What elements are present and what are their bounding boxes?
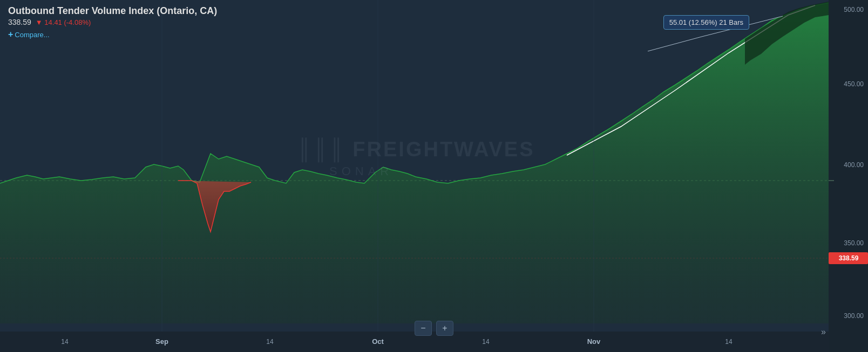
zoom-in-button[interactable]: + — [436, 321, 453, 336]
svg-text:14: 14 — [61, 338, 69, 346]
chart-svg: 500.00 450.00 400.00 350.00 300.00 338.5… — [0, 0, 868, 352]
zoom-out-button[interactable]: − — [415, 321, 432, 336]
svg-text:338.59: 338.59 — [839, 254, 859, 262]
expand-button[interactable]: » — [821, 327, 826, 337]
svg-text:14: 14 — [266, 338, 274, 346]
compare-plus-icon: + — [8, 30, 13, 39]
svg-text:14: 14 — [482, 338, 490, 346]
svg-text:500.00: 500.00 — [844, 6, 864, 13]
svg-text:450.00: 450.00 — [844, 80, 864, 88]
svg-text:400.00: 400.00 — [844, 161, 864, 169]
zoom-controls: − + — [415, 321, 453, 336]
price-change: ▼ 14.41 (-4.08%) — [36, 18, 91, 26]
svg-text:300.00: 300.00 — [844, 312, 864, 320]
chart-title: Outbound Tender Volume Index (Ontario, C… — [8, 5, 217, 17]
price-info: 338.59 ▼ 14.41 (-4.08%) — [8, 18, 217, 26]
header-area: Outbound Tender Volume Index (Ontario, C… — [8, 5, 217, 39]
svg-text:Oct: Oct — [372, 337, 384, 346]
svg-text:350.00: 350.00 — [844, 239, 864, 247]
current-price: 338.59 — [8, 18, 31, 26]
compare-button[interactable]: + Compare... — [8, 30, 217, 39]
svg-text:Nov: Nov — [587, 337, 601, 346]
svg-text:║║║ FREIGHTWAVES: ║║║ FREIGHTWAVES — [297, 137, 535, 163]
compare-label: Compare... — [15, 31, 49, 39]
svg-rect-3 — [829, 0, 868, 352]
svg-text:14: 14 — [725, 338, 733, 346]
svg-text:SONAR: SONAR — [329, 164, 393, 178]
svg-text:Sep: Sep — [155, 337, 168, 346]
tooltip-box: 55.01 (12.56%) 21 Bars — [663, 15, 749, 30]
chart-container: 500.00 450.00 400.00 350.00 300.00 338.5… — [0, 0, 868, 352]
